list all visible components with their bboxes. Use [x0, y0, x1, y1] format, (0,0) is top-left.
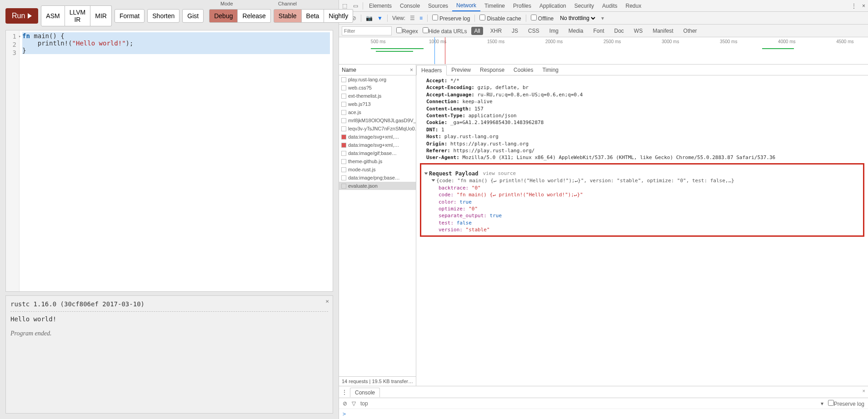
hide-data-urls-checkbox[interactable]: Hide data URLs — [423, 27, 467, 35]
format-button[interactable]: Format — [115, 9, 145, 23]
detail-tab-cookies[interactable]: Cookies — [509, 65, 538, 75]
clear-console-icon[interactable]: ⊘ — [343, 400, 347, 407]
request-items: play.rust-lang.org web.css?5 ext-themeli… — [339, 75, 416, 376]
filter-type-doc[interactable]: Doc — [612, 27, 627, 35]
mir-button[interactable]: MIR — [90, 5, 112, 26]
filter-input[interactable] — [342, 26, 392, 35]
filter-icon[interactable]: ▽ — [352, 400, 356, 407]
filter-toggle-icon[interactable]: ▼ — [377, 15, 383, 21]
console-drawer-header: ⋮ Console — [339, 386, 868, 398]
request-row[interactable]: web.css?5 — [339, 84, 416, 92]
devtools-tabs: ⬚ ▭ Elements Console Sources Network Tim… — [339, 0, 868, 12]
beta-button[interactable]: Beta — [302, 9, 324, 23]
preserve-log-checkbox[interactable]: Preserve log — [432, 15, 470, 22]
header-key: Cookie: — [426, 120, 447, 125]
payload-summary[interactable]: {code: "fn main() {↵ println!("Hello wor… — [425, 177, 859, 184]
view-small-icon[interactable]: ≡ — [419, 15, 423, 21]
json-key: separate_output: — [439, 213, 487, 219]
request-row[interactable]: data:image/svg+xml,… — [339, 133, 416, 141]
debug-button[interactable]: Debug — [209, 9, 238, 23]
asm-button[interactable]: ASM — [41, 5, 65, 26]
waterfall-overview[interactable]: 500 ms 1000 ms 1500 ms 2000 ms 2500 ms 3… — [339, 37, 868, 65]
llvm-ir-button[interactable]: LLVM IR — [65, 5, 91, 26]
code-keyword: fn — [22, 32, 30, 40]
tab-sources[interactable]: Sources — [424, 0, 452, 11]
header-value: application/json — [465, 113, 517, 119]
request-name: web.css?5 — [348, 85, 372, 90]
request-payload-title[interactable]: Request Payload view source — [425, 170, 859, 178]
tab-security[interactable]: Security — [570, 0, 598, 11]
devtools-menu-icon[interactable]: ⋮ — [848, 3, 859, 9]
network-toolbar: ⊘ 📷 ▼ View: ☰ ≡ Preserve log Disable cac… — [339, 12, 868, 25]
console-tab[interactable]: Console — [350, 388, 380, 397]
console-input[interactable]: > — [339, 409, 868, 419]
filter-type-css[interactable]: CSS — [525, 27, 542, 35]
request-row[interactable]: leqv3v-yTsJNC7nFznSMqUo0… — [339, 125, 416, 133]
filter-type-font[interactable]: Font — [591, 27, 607, 35]
device-icon[interactable]: ▭ — [350, 3, 361, 9]
filter-type-ws[interactable]: WS — [631, 27, 645, 35]
close-drawer-icon[interactable]: × — [863, 388, 865, 394]
detail-tab-headers[interactable]: Headers — [416, 65, 447, 75]
devtools-close-icon[interactable]: × — [859, 3, 868, 9]
gist-button[interactable]: Gist — [182, 9, 204, 23]
tab-redux[interactable]: Redux — [621, 0, 645, 11]
request-row[interactable]: play.rust-lang.org — [339, 75, 416, 84]
view-large-icon[interactable]: ☰ — [410, 15, 415, 21]
detail-tab-timing[interactable]: Timing — [538, 65, 563, 75]
filter-type-img[interactable]: Img — [547, 27, 561, 35]
request-row[interactable]: ext-themelist.js — [339, 92, 416, 100]
editor-code[interactable]: fn main() { println!("Hello world!");} — [20, 30, 333, 291]
throttling-select[interactable]: No throttling — [558, 15, 597, 22]
request-row[interactable]: data:image/svg+xml,… — [339, 141, 416, 149]
detail-tab-response[interactable]: Response — [475, 65, 509, 75]
tab-console[interactable]: Console — [396, 0, 424, 11]
filter-type-other[interactable]: Other — [681, 27, 700, 35]
tab-network[interactable]: Network — [452, 0, 480, 11]
filter-type-xhr[interactable]: XHR — [488, 27, 504, 35]
regex-checkbox[interactable]: Regex — [396, 27, 418, 35]
detail-tab-preview[interactable]: Preview — [447, 65, 475, 75]
tab-elements[interactable]: Elements — [365, 0, 396, 11]
file-icon — [341, 126, 346, 131]
request-name: mrl8jkM18OlOQN8JLgasD9V_… — [348, 118, 416, 123]
nightly-button[interactable]: Nightly — [324, 9, 353, 23]
close-detail-icon[interactable]: × — [410, 67, 413, 73]
view-source-link[interactable]: view source — [483, 170, 516, 177]
json-key: version: — [439, 227, 463, 233]
release-button[interactable]: Release — [238, 9, 270, 23]
code-editor[interactable]: 1 2 3 fn main() { println!("Hello world!… — [5, 30, 333, 292]
request-row[interactable]: data:image/gif;base… — [339, 149, 416, 157]
tab-timeline[interactable]: Timeline — [480, 0, 509, 11]
gutter-line: 1 — [9, 32, 16, 40]
level-select[interactable]: ▾ — [821, 400, 823, 407]
capture-screenshots-icon[interactable]: 📷 — [366, 15, 373, 21]
stable-button[interactable]: Stable — [274, 9, 302, 23]
json-key: test: — [439, 220, 454, 226]
drawer-menu-icon[interactable]: ⋮ — [342, 389, 347, 395]
request-row[interactable]: evaluate.json — [339, 182, 416, 190]
filter-type-media[interactable]: Media — [566, 27, 586, 35]
console-preserve-log-checkbox[interactable]: Preserve log — [828, 400, 864, 407]
filter-type-manifest[interactable]: Manifest — [650, 27, 676, 35]
shorten-button[interactable]: Shorten — [147, 9, 180, 23]
filter-type-js[interactable]: JS — [509, 27, 521, 35]
offline-checkbox[interactable]: Offline — [531, 15, 554, 22]
request-row[interactable]: data:image/png;base… — [339, 174, 416, 182]
request-row[interactable]: web.js?13 — [339, 100, 416, 108]
close-output-button[interactable]: × — [325, 298, 329, 304]
request-row[interactable]: theme-github.js — [339, 157, 416, 165]
request-row[interactable]: mode-rust.js — [339, 165, 416, 174]
context-select[interactable]: top — [360, 400, 368, 407]
inspect-icon[interactable]: ⬚ — [339, 3, 350, 9]
request-row[interactable]: mrl8jkM18OlOQN8JLgasD9V_… — [339, 116, 416, 125]
tab-application[interactable]: Application — [535, 0, 570, 11]
tab-profiles[interactable]: Profiles — [509, 0, 535, 11]
run-button[interactable]: Run — [5, 8, 38, 24]
regex-label: Regex — [402, 28, 418, 35]
request-row[interactable]: ace.js — [339, 108, 416, 116]
disable-cache-checkbox[interactable]: Disable cache — [479, 15, 521, 22]
filter-type-all[interactable]: All — [471, 27, 483, 35]
tab-audits[interactable]: Audits — [598, 0, 621, 11]
request-name: ace.js — [348, 110, 361, 115]
